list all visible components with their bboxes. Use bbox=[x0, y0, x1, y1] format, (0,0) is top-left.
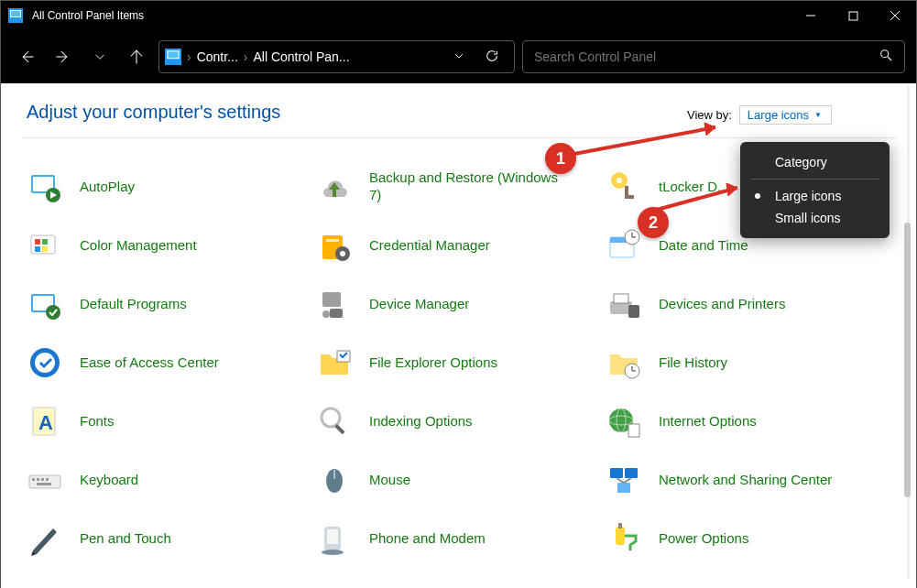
item-label: Phone and Modem bbox=[369, 530, 486, 548]
svg-rect-23 bbox=[35, 239, 40, 245]
svg-rect-69 bbox=[617, 483, 630, 493]
svg-rect-21 bbox=[625, 195, 634, 199]
datetime-icon bbox=[604, 225, 644, 266]
scrollbar-thumb[interactable] bbox=[904, 223, 911, 497]
backup-icon bbox=[314, 167, 355, 207]
viewby-select[interactable]: Large icons ▼ bbox=[739, 105, 832, 125]
control-panel-icon bbox=[165, 49, 181, 65]
dropdown-item-category[interactable]: Category bbox=[740, 151, 890, 173]
color-icon bbox=[25, 225, 65, 266]
titlebar: All Control Panel Items bbox=[1, 1, 916, 30]
bitlocker-icon bbox=[604, 167, 644, 207]
svg-rect-76 bbox=[618, 523, 622, 528]
recent-button[interactable] bbox=[85, 42, 115, 71]
control-panel-item[interactable]: Pen and Touch bbox=[25, 516, 311, 561]
control-panel-item[interactable]: Phone and Modem bbox=[314, 516, 600, 561]
item-label: Network and Sharing Center bbox=[659, 472, 832, 489]
chevron-right-icon: › bbox=[185, 49, 193, 64]
svg-rect-62 bbox=[41, 478, 44, 481]
control-panel-item[interactable]: File History bbox=[604, 340, 890, 386]
svg-line-14 bbox=[888, 57, 891, 60]
control-panel-item[interactable]: Keyboard bbox=[25, 457, 311, 503]
svg-text:A: A bbox=[38, 411, 53, 434]
control-panel-item[interactable]: Mouse bbox=[314, 457, 600, 503]
item-label: Internet Options bbox=[659, 413, 757, 430]
svg-rect-63 bbox=[46, 478, 49, 481]
minimize-button[interactable] bbox=[790, 1, 832, 30]
svg-rect-44 bbox=[628, 305, 639, 318]
svg-rect-26 bbox=[42, 246, 48, 252]
svg-rect-75 bbox=[616, 527, 625, 545]
item-label: Power Options bbox=[659, 530, 748, 548]
svg-point-30 bbox=[340, 251, 345, 256]
item-label: Fonts bbox=[80, 413, 115, 430]
scrollbar[interactable] bbox=[903, 85, 912, 580]
item-label: Devices and Printers bbox=[659, 296, 785, 313]
viewby-value: Large icons bbox=[748, 108, 809, 122]
svg-line-70 bbox=[617, 478, 624, 483]
control-panel-item[interactable]: Network and Sharing Center bbox=[604, 457, 890, 503]
svg-marker-80 bbox=[726, 183, 737, 196]
svg-point-38 bbox=[46, 305, 60, 320]
svg-rect-4 bbox=[849, 12, 857, 20]
svg-rect-60 bbox=[32, 478, 35, 481]
internet-icon bbox=[604, 401, 644, 441]
close-button[interactable] bbox=[874, 1, 916, 30]
divider bbox=[751, 179, 879, 180]
breadcrumb-segment[interactable]: Contr... bbox=[197, 49, 238, 64]
svg-rect-61 bbox=[37, 478, 39, 481]
item-label: Default Programs bbox=[80, 296, 187, 313]
search-input[interactable] bbox=[534, 49, 879, 64]
dropdown-item-large-icons[interactable]: Large icons bbox=[740, 185, 890, 207]
svg-point-13 bbox=[881, 50, 889, 58]
forward-button[interactable] bbox=[49, 42, 78, 71]
svg-rect-25 bbox=[35, 246, 40, 252]
item-label: Device Manager bbox=[369, 296, 469, 313]
item-label: Date and Time bbox=[659, 237, 748, 255]
control-panel-item[interactable]: Credential Manager bbox=[314, 223, 600, 268]
autoplay-icon bbox=[25, 167, 65, 207]
control-panel-item[interactable]: Power Options bbox=[604, 516, 890, 561]
control-panel-item[interactable]: AFonts bbox=[25, 398, 311, 444]
control-panel-item[interactable]: Internet Options bbox=[604, 398, 890, 444]
svg-rect-2 bbox=[11, 11, 20, 16]
item-label: Backup and Restore (Windows 7) bbox=[369, 169, 571, 204]
control-panel-item[interactable]: Devices and Printers bbox=[604, 281, 890, 327]
search-box[interactable] bbox=[522, 40, 905, 73]
ease-access-icon bbox=[25, 343, 65, 383]
control-panel-item[interactable]: AutoPlay bbox=[25, 164, 311, 210]
breadcrumb-segment[interactable]: All Control Pan... bbox=[253, 49, 349, 64]
device-manager-icon bbox=[314, 284, 355, 324]
window-title: All Control Panel Items bbox=[30, 9, 790, 22]
indexing-icon bbox=[314, 401, 355, 441]
maximize-button[interactable] bbox=[832, 1, 874, 30]
viewby-dropdown: Category Large icons Small icons bbox=[740, 142, 890, 238]
item-label: File Explorer Options bbox=[369, 354, 497, 372]
svg-rect-58 bbox=[628, 424, 639, 437]
devices-printers-icon bbox=[604, 284, 644, 324]
navbar: › Contr... › All Control Pan... bbox=[1, 30, 916, 83]
svg-point-74 bbox=[322, 550, 344, 555]
control-panel-item[interactable]: File Explorer Options bbox=[314, 340, 600, 386]
svg-rect-24 bbox=[42, 239, 48, 245]
item-label: Keyboard bbox=[80, 472, 138, 489]
back-button[interactable] bbox=[12, 42, 41, 71]
address-bar[interactable]: › Contr... › All Control Pan... bbox=[158, 40, 515, 73]
svg-rect-39 bbox=[322, 292, 341, 307]
control-panel-item[interactable]: Ease of Access Center bbox=[25, 340, 311, 386]
annotation-badge-2: 2 bbox=[638, 207, 669, 238]
control-panel-item[interactable]: Default Programs bbox=[25, 281, 311, 327]
svg-point-19 bbox=[617, 178, 622, 183]
up-button[interactable] bbox=[122, 42, 151, 71]
refresh-button[interactable] bbox=[475, 49, 508, 66]
svg-rect-68 bbox=[625, 468, 638, 478]
control-panel-item[interactable]: Color Management bbox=[25, 223, 311, 268]
dropdown-item-small-icons[interactable]: Small icons bbox=[740, 207, 890, 229]
control-panel-item[interactable]: Indexing Options bbox=[314, 398, 600, 444]
control-panel-icon bbox=[8, 8, 23, 23]
address-dropdown[interactable] bbox=[446, 49, 472, 64]
item-label: Pen and Touch bbox=[80, 530, 171, 548]
svg-rect-12 bbox=[168, 51, 178, 58]
control-panel-item[interactable]: Device Manager bbox=[314, 281, 600, 327]
default-programs-icon bbox=[25, 284, 65, 324]
